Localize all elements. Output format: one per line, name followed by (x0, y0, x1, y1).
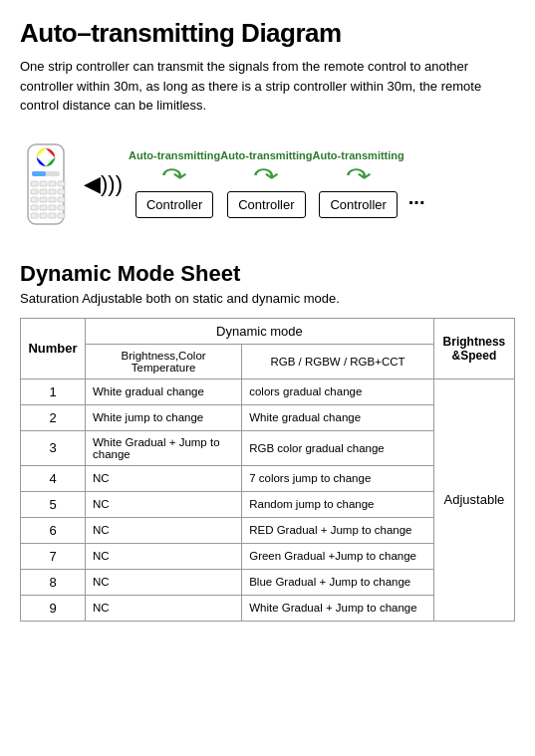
svg-rect-14 (40, 197, 47, 202)
cell-rgb: Random jump to change (242, 491, 434, 517)
svg-rect-21 (31, 213, 38, 218)
svg-rect-18 (40, 205, 47, 210)
cell-number: 2 (21, 404, 86, 430)
controller-chain: Auto-transmitting ↷ Controller Auto-tran… (129, 149, 428, 218)
dynamic-description: Saturation Adjustable both on static and… (20, 291, 515, 306)
arrow-3: ↷ (346, 163, 371, 189)
svg-rect-7 (49, 181, 56, 186)
svg-rect-19 (49, 205, 56, 210)
controller-box-1: Controller (135, 191, 213, 218)
svg-rect-5 (31, 181, 38, 186)
cell-bct: White Gradual + Jump to change (86, 430, 242, 465)
chain-ellipsis: ··· (408, 149, 425, 214)
cell-bct: White gradual change (86, 378, 242, 404)
svg-rect-9 (31, 189, 38, 194)
adjustable-cell: Adjustable (433, 378, 514, 621)
cell-bct: NC (86, 543, 242, 569)
svg-rect-13 (31, 197, 38, 202)
controller-box-2: Controller (227, 191, 305, 218)
svg-rect-17 (31, 205, 38, 210)
auto-transmitting-diagram: ◀))) Auto-transmitting ↷ Controller Auto… (20, 129, 515, 239)
col-header-bs: Brightness &Speed (433, 318, 514, 378)
auto-label-2: Auto-transmitting (220, 149, 312, 161)
col-subheader-bct: Brightness,Color Temperature (86, 344, 242, 378)
cell-rgb: White Gradual + Jump to change (242, 595, 434, 621)
svg-rect-12 (58, 189, 65, 194)
signal-waves-icon: ◀))) (84, 171, 123, 197)
svg-rect-22 (40, 213, 47, 218)
svg-rect-11 (49, 189, 56, 194)
arrow-2: ↷ (254, 163, 279, 189)
cell-bct: NC (86, 595, 242, 621)
cell-bct: NC (86, 465, 242, 491)
remote-icon (20, 139, 72, 229)
svg-rect-15 (49, 197, 56, 202)
cell-rgb: RED Gradual + Jump to change (242, 517, 434, 543)
auto-title: Auto–transmitting Diagram (20, 18, 515, 49)
auto-description: One strip controller can transmit the si… (20, 57, 515, 116)
svg-rect-16 (58, 197, 65, 202)
cell-rgb: Blue Gradual + Jump to change (242, 569, 434, 595)
col-header-dynamic: Dynamic mode (86, 318, 434, 344)
cell-rgb: colors gradual change (242, 378, 434, 404)
cell-number: 3 (21, 430, 86, 465)
svg-rect-10 (40, 189, 47, 194)
cell-number: 5 (21, 491, 86, 517)
svg-rect-4 (32, 171, 46, 176)
cell-number: 1 (21, 378, 86, 404)
cell-rgb: White gradual change (242, 404, 434, 430)
svg-rect-6 (40, 181, 47, 186)
dynamic-mode-table: Number Dynamic mode Brightness &Speed Br… (20, 318, 515, 622)
svg-rect-23 (49, 213, 56, 218)
col-subheader-rgb: RGB / RGBW / RGB+CCT (242, 344, 434, 378)
cell-rgb: RGB color gradual change (242, 430, 434, 465)
cell-rgb: Green Gradual +Jump to change (242, 543, 434, 569)
chain-item-1: Auto-transmitting ↷ Controller (129, 149, 220, 218)
col-header-number: Number (21, 318, 86, 378)
cell-number: 9 (21, 595, 86, 621)
cell-bct: NC (86, 491, 242, 517)
cell-rgb: 7 colors jump to change (242, 465, 434, 491)
cell-number: 6 (21, 517, 86, 543)
cell-bct: NC (86, 517, 242, 543)
auto-label-3: Auto-transmitting (313, 149, 404, 161)
arrow-1: ↷ (162, 163, 187, 189)
cell-number: 7 (21, 543, 86, 569)
cell-number: 8 (21, 569, 86, 595)
controller-box-3: Controller (319, 191, 397, 218)
chain-item-3: Auto-transmitting ↷ Controller (313, 149, 404, 218)
chain-item-2: Auto-transmitting ↷ Controller (220, 149, 312, 218)
svg-rect-20 (58, 205, 65, 210)
table-row: 1White gradual changecolors gradual chan… (21, 378, 515, 404)
svg-point-2 (42, 153, 50, 161)
auto-label-1: Auto-transmitting (129, 149, 220, 161)
cell-bct: White jump to change (86, 404, 242, 430)
svg-rect-24 (58, 213, 65, 218)
svg-rect-8 (58, 181, 65, 186)
dynamic-title: Dynamic Mode Sheet (20, 261, 515, 287)
cell-bct: NC (86, 569, 242, 595)
cell-number: 4 (21, 465, 86, 491)
